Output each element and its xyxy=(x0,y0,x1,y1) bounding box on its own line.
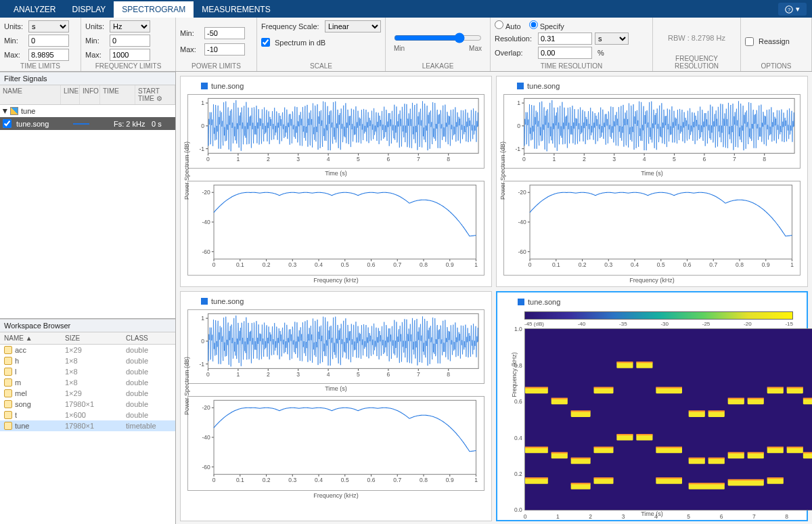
signal-row[interactable]: tune.song Fs: 2 kHz 0 s xyxy=(0,117,175,130)
signal-table-header: NAME LINE INFO TIME START TIME ⚙ xyxy=(0,85,175,105)
time-units-select[interactable]: s xyxy=(28,20,69,32)
ws-row[interactable]: tune17980×1timetable xyxy=(0,420,175,431)
col-info[interactable]: INFO xyxy=(80,85,100,104)
freq-min-input[interactable] xyxy=(110,35,150,47)
svg-text:1: 1 xyxy=(237,156,240,162)
svg-rect-223 xyxy=(594,478,614,484)
time-res-title: TIME RESOLUTION xyxy=(495,62,648,70)
svg-text:2: 2 xyxy=(589,513,592,520)
ws-var-size: 1×8 xyxy=(65,357,126,365)
svg-rect-170 xyxy=(551,452,568,454)
specify-radio[interactable] xyxy=(529,20,538,29)
ws-row[interactable]: mel1×29double xyxy=(0,388,175,399)
ws-col-size[interactable]: SIZE xyxy=(61,332,122,344)
power-min-input[interactable] xyxy=(204,27,245,39)
ws-var-class: double xyxy=(126,368,171,376)
options-title: OPTIONS xyxy=(745,62,807,70)
svg-text:2: 2 xyxy=(267,156,270,162)
svg-rect-189 xyxy=(656,447,682,454)
plot-panel-bottom-left[interactable]: tune.song 012345678-101Time (s) Power Sp… xyxy=(180,291,492,521)
col-start[interactable]: START TIME ⚙ xyxy=(135,85,175,104)
tab-measurements[interactable]: MEASUREMENTS xyxy=(194,1,278,18)
ws-var-size: 1×29 xyxy=(65,389,126,397)
svg-rect-229 xyxy=(689,483,725,489)
ws-row[interactable]: h1×8double xyxy=(0,355,175,366)
svg-rect-190 xyxy=(656,447,682,448)
spectrum-db-checkbox[interactable] xyxy=(261,38,270,47)
svg-text:0.4: 0.4 xyxy=(315,477,323,483)
leakage-slider[interactable] xyxy=(394,32,482,43)
svg-text:-20: -20 xyxy=(202,189,210,196)
ws-col-name[interactable]: NAME ▲ xyxy=(0,332,61,344)
svg-rect-187 xyxy=(636,362,652,368)
auto-radio[interactable] xyxy=(495,20,503,29)
variable-icon xyxy=(4,357,12,365)
ws-col-class[interactable]: CLASS xyxy=(122,332,175,344)
spectrum-chart: Power Spectrum (dB)00.10.20.30.40.50.60.… xyxy=(187,181,484,284)
spectrum-chart: Power Spectrum (dB)00.10.20.30.40.50.60.… xyxy=(187,396,484,499)
resolution-input[interactable] xyxy=(538,32,592,45)
col-name[interactable]: NAME xyxy=(0,85,61,104)
overlap-input[interactable] xyxy=(538,47,592,59)
plot-panel-bottom-right[interactable]: tune.song -45 (dB)-40-35-30-25-20-15 Fre… xyxy=(496,291,808,521)
svg-text:1: 1 xyxy=(474,477,478,483)
freq-units-select[interactable]: Hz xyxy=(110,20,150,32)
time-min-input[interactable] xyxy=(28,35,69,47)
svg-rect-175 xyxy=(571,411,591,417)
ws-var-class: double xyxy=(126,389,171,397)
ws-row[interactable]: acc1×29double xyxy=(0,345,175,355)
svg-text:-1: -1 xyxy=(199,146,204,152)
signal-checkbox[interactable] xyxy=(3,119,12,128)
power-min-label: Min: xyxy=(180,29,202,37)
svg-rect-220 xyxy=(803,398,812,399)
freq-scale-select[interactable]: Linear xyxy=(325,20,381,32)
svg-rect-178 xyxy=(594,447,614,448)
svg-rect-205 xyxy=(748,453,764,459)
ws-var-size: 1×29 xyxy=(65,346,126,354)
svg-text:-1: -1 xyxy=(515,146,520,152)
svg-rect-224 xyxy=(594,477,614,479)
time-max-input[interactable] xyxy=(28,49,69,61)
gear-icon[interactable]: ⚙ xyxy=(156,95,162,102)
col-line[interactable]: LINE xyxy=(61,85,80,104)
ws-row[interactable]: m1×8double xyxy=(0,377,175,388)
section-time-limits: Units:s Min: Max: TIME LIMITS xyxy=(0,18,81,71)
ws-row[interactable]: l1×8double xyxy=(0,366,175,377)
variable-icon xyxy=(4,411,12,419)
resolution-unit-select[interactable]: s xyxy=(595,32,629,45)
tab-display[interactable]: DISPLAY xyxy=(64,1,114,18)
auto-radio-label[interactable]: Auto xyxy=(495,20,521,30)
workspace-browser-header: Workspace Browser xyxy=(0,319,175,332)
plot-panel-top-left[interactable]: tune.song 012345678-101Time (s) Power Sp… xyxy=(180,76,492,287)
signal-group-name: tune xyxy=(21,107,35,115)
svg-text:-20: -20 xyxy=(518,189,526,196)
svg-rect-180 xyxy=(594,387,614,389)
svg-rect-191 xyxy=(656,388,682,394)
svg-text:6: 6 xyxy=(387,371,390,378)
help-button[interactable]: ? ▾ xyxy=(778,3,807,16)
svg-text:6: 6 xyxy=(387,156,390,162)
ws-row[interactable]: t1×600double xyxy=(0,410,175,420)
ws-row[interactable]: song17980×1double xyxy=(0,399,175,410)
legend-swatch xyxy=(518,299,524,305)
signal-group-row[interactable]: ▶ tune xyxy=(0,105,175,117)
plot-panel-top-right[interactable]: tune.song 012345678-101Time (s) Power Sp… xyxy=(496,76,808,287)
time-units-label: Units: xyxy=(4,22,26,30)
svg-text:1: 1 xyxy=(201,315,204,322)
svg-rect-188 xyxy=(636,362,652,363)
tab-analyzer[interactable]: ANALYZER xyxy=(5,1,64,18)
reassign-checkbox[interactable] xyxy=(745,37,754,46)
section-options: Reassign OPTIONS xyxy=(741,18,812,71)
col-time[interactable]: TIME xyxy=(100,85,135,104)
svg-rect-215 xyxy=(787,388,803,394)
svg-text:4: 4 xyxy=(643,156,646,162)
tab-spectrogram[interactable]: SPECTROGRAM xyxy=(114,1,194,18)
svg-rect-192 xyxy=(656,387,682,389)
power-max-input[interactable] xyxy=(204,43,245,56)
svg-rect-217 xyxy=(803,453,812,459)
freq-max-input[interactable] xyxy=(110,49,150,61)
specify-radio-label[interactable]: Specify xyxy=(529,20,564,30)
svg-rect-206 xyxy=(748,452,764,454)
legend-swatch xyxy=(201,83,208,89)
expand-icon[interactable]: ▶ xyxy=(2,109,9,114)
